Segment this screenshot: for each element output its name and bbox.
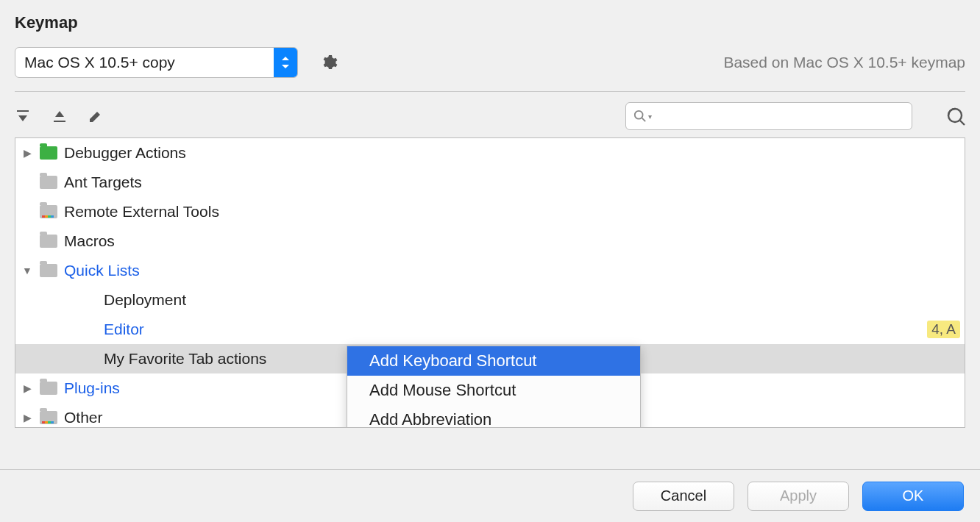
expand-icon[interactable]: ▶ (20, 412, 35, 423)
folder-icon (39, 380, 58, 396)
svg-line-5 (960, 121, 965, 125)
svg-rect-0 (17, 110, 29, 112)
tree-label: Quick Lists (64, 262, 140, 279)
based-on-text: Based on Mac OS X 10.5+ keymap (723, 54, 965, 71)
folder-icon (39, 145, 58, 161)
apply-button: Apply (748, 482, 849, 511)
chevron-down-icon[interactable]: ▾ (648, 112, 652, 121)
tree-toolbar: ▾ (0, 92, 980, 137)
tree-label: Remote External Tools (64, 203, 219, 221)
tree-row-ant[interactable]: ▶ Ant Targets (15, 168, 965, 197)
folder-icon (39, 174, 58, 190)
dropdown-icon[interactable] (274, 48, 297, 77)
tree-label: Debugger Actions (64, 144, 186, 162)
tree-label: Ant Targets (64, 174, 142, 191)
folder-icon (39, 233, 58, 249)
shortcut-badge: 4, A (927, 321, 960, 338)
expand-all-icon[interactable] (15, 108, 31, 124)
expand-icon[interactable]: ▶ (20, 147, 35, 159)
menu-add-keyboard-shortcut[interactable]: Add Keyboard Shortcut (347, 346, 640, 376)
collapse-all-icon[interactable] (52, 108, 68, 124)
menu-add-mouse-shortcut[interactable]: Add Mouse Shortcut (347, 376, 640, 405)
tree-row-quicklists[interactable]: ▼ Quick Lists (15, 256, 965, 285)
search-input[interactable]: ▾ (625, 102, 912, 130)
tree-row-remote[interactable]: ▶ Remote External Tools (15, 197, 965, 226)
keymap-select-value: Mac OS X 10.5+ copy (15, 54, 274, 71)
ok-button[interactable]: OK (862, 482, 964, 511)
tree-label: Editor (104, 321, 144, 338)
folder-icon (39, 262, 58, 279)
find-action-icon[interactable] (946, 107, 965, 126)
tree-label: Deployment (104, 291, 186, 309)
svg-rect-1 (54, 121, 65, 122)
folder-icon (39, 410, 58, 426)
tree-row-macros[interactable]: ▶ Macros (15, 226, 965, 256)
page-title: Keymap (0, 0, 980, 40)
tree-row-debugger[interactable]: ▶ Debugger Actions (15, 138, 965, 168)
dialog-footer: Cancel Apply OK (0, 469, 980, 522)
expand-icon[interactable]: ▶ (20, 382, 35, 394)
gear-icon[interactable] (320, 54, 338, 71)
menu-add-abbreviation[interactable]: Add Abbreviation (347, 405, 640, 428)
tree-label: Other (64, 409, 103, 426)
tree-row-editor[interactable]: Editor 4, A (15, 315, 965, 344)
tree-label: Macros (64, 232, 115, 250)
keymap-select[interactable]: Mac OS X 10.5+ copy (15, 47, 298, 78)
edit-icon[interactable] (88, 109, 103, 124)
svg-line-3 (642, 118, 646, 122)
keymap-top-row: Mac OS X 10.5+ copy Based on Mac OS X 10… (0, 40, 980, 91)
tree-row-deployment[interactable]: Deployment (15, 285, 965, 315)
context-menu: Add Keyboard Shortcut Add Mouse Shortcut… (347, 346, 641, 428)
cancel-button[interactable]: Cancel (633, 482, 734, 511)
collapse-icon[interactable]: ▼ (20, 265, 35, 276)
tree-label: My Favorite Tab actions (104, 350, 266, 368)
keymap-tree[interactable]: ▶ Debugger Actions ▶ Ant Targets ▶ Remot… (15, 137, 965, 428)
svg-point-2 (635, 111, 643, 119)
folder-icon (39, 204, 58, 220)
tree-label: Plug-ins (64, 379, 120, 397)
